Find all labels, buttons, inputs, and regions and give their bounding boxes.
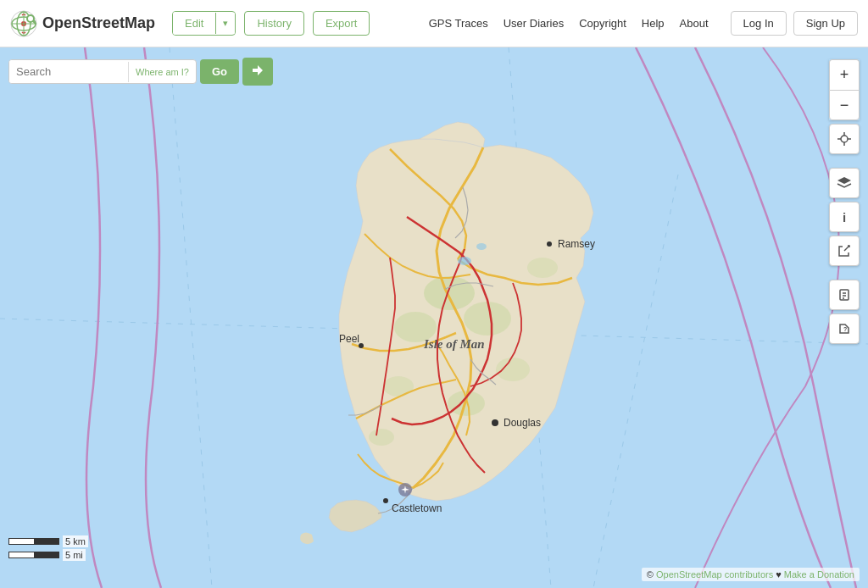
info-button[interactable]: i	[829, 202, 860, 232]
auth-buttons: Log In Sign Up	[731, 11, 858, 36]
note-button[interactable]	[829, 280, 860, 310]
scale-box-white-km	[8, 538, 34, 545]
search-bar: Where am I? Go	[8, 58, 273, 86]
logo[interactable]: OpenStreetMap	[10, 10, 155, 37]
search-input[interactable]	[9, 60, 128, 83]
svg-point-17	[496, 358, 530, 381]
signup-button[interactable]: Sign Up	[793, 11, 858, 36]
locate-button[interactable]	[829, 124, 860, 154]
share-icon	[837, 244, 851, 258]
nav-user-diaries[interactable]: User Diaries	[504, 17, 565, 30]
osm-link[interactable]: OpenStreetMap contributors	[656, 569, 773, 580]
scale-mi: 5 mi	[8, 549, 88, 561]
history-button[interactable]: History	[244, 11, 303, 36]
scale-mi-label: 5 mi	[63, 549, 86, 561]
scale-km: 5 km	[8, 535, 88, 547]
search-input-wrapper: Where am I?	[8, 59, 197, 84]
map-controls: + − i	[829, 59, 860, 344]
edit-group: Edit ▾	[172, 11, 236, 36]
map[interactable]: Ramsey Peel Douglas Castletown Isle of M…	[0, 47, 868, 588]
info-icon: i	[843, 210, 846, 225]
note-icon	[837, 288, 851, 302]
where-am-i-button[interactable]: Where am I?	[128, 62, 196, 82]
layers-icon	[837, 175, 852, 191]
svg-point-13	[424, 276, 475, 310]
directions-icon	[251, 64, 264, 77]
svg-point-33	[841, 136, 848, 142]
nav-help[interactable]: Help	[642, 17, 665, 30]
scale-km-line	[8, 538, 59, 545]
svg-point-21	[458, 257, 471, 265]
scale-box-white-mi	[8, 552, 34, 558]
nav-about[interactable]: About	[680, 17, 709, 30]
main-nav: GPS Traces User Diaries Copyright Help A…	[429, 17, 709, 30]
logo-icon	[10, 10, 37, 37]
attribution-heart: ♥	[773, 569, 784, 580]
svg-point-26	[492, 419, 498, 426]
attribution-text: ©	[647, 569, 656, 580]
svg-text:Peel: Peel	[339, 333, 359, 345]
share-button[interactable]	[829, 236, 860, 266]
svg-point-22	[476, 243, 487, 250]
svg-point-19	[527, 258, 558, 278]
svg-point-24	[547, 241, 552, 247]
scale-km-label: 5 km	[63, 535, 88, 547]
locate-icon	[837, 131, 852, 147]
go-button[interactable]: Go	[200, 59, 239, 84]
scale-bar: 5 km 5 mi	[8, 535, 88, 563]
svg-point-27	[383, 498, 388, 503]
svg-text:?: ?	[843, 326, 847, 332]
query-icon: ?	[837, 321, 852, 336]
svg-point-18	[383, 376, 414, 397]
svg-point-20	[369, 429, 394, 446]
zoom-out-button[interactable]: −	[829, 90, 860, 120]
header: OpenStreetMap Edit ▾ History Export GPS …	[0, 0, 868, 47]
edit-dropdown-button[interactable]: ▾	[215, 13, 235, 34]
svg-text:Ramsey: Ramsey	[558, 238, 595, 250]
scale-box-dark-mi	[34, 552, 59, 558]
edit-button[interactable]: Edit	[173, 12, 215, 35]
map-svg: Ramsey Peel Douglas Castletown Isle of M…	[0, 47, 868, 588]
logo-text: OpenStreetMap	[42, 14, 155, 32]
attribution: © OpenStreetMap contributors ♥ Make a Do…	[642, 568, 860, 581]
nav-copyright[interactable]: Copyright	[579, 17, 626, 30]
zoom-in-button[interactable]: +	[829, 59, 860, 90]
svg-text:Castletown: Castletown	[392, 502, 442, 514]
query-button[interactable]: ?	[829, 313, 860, 344]
layers-button[interactable]	[829, 168, 860, 198]
zoom-controls: + −	[829, 59, 860, 120]
svg-text:Isle of Man: Isle of Man	[423, 337, 485, 351]
svg-text:Douglas: Douglas	[504, 417, 541, 429]
login-button[interactable]: Log In	[731, 11, 787, 36]
export-button[interactable]: Export	[313, 11, 370, 36]
nav-gps-traces[interactable]: GPS Traces	[429, 17, 488, 30]
scale-mi-line	[8, 552, 59, 558]
donate-link[interactable]: Make a Donation	[784, 569, 854, 580]
directions-button[interactable]	[242, 58, 273, 86]
svg-point-15	[464, 302, 511, 336]
scale-box-dark-km	[34, 538, 59, 545]
